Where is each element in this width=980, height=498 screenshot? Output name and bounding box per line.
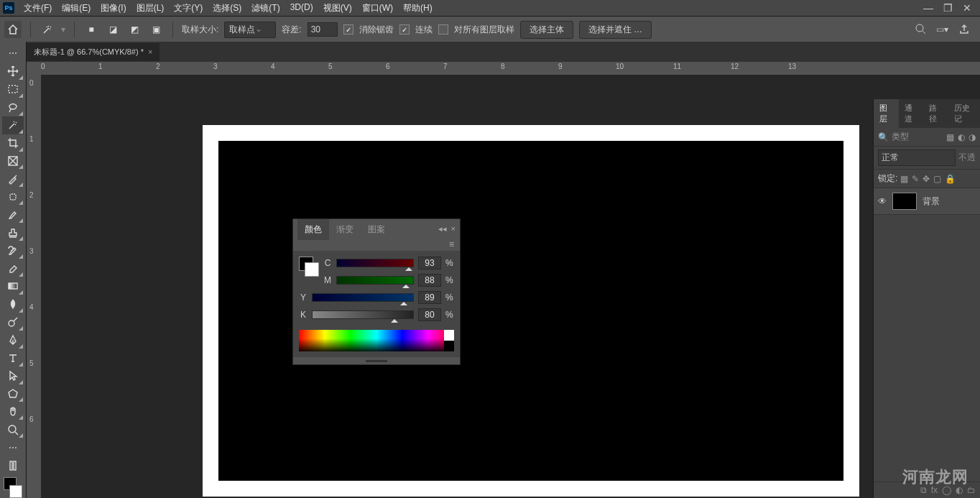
- stamp-tool[interactable]: [2, 223, 24, 241]
- color-panel[interactable]: 颜色渐变图案 ◂◂ × ≡ C93%M88%Y89%K80%: [292, 218, 461, 365]
- blur-tool[interactable]: [2, 295, 24, 313]
- slider-value[interactable]: 93: [418, 257, 441, 269]
- select-and-mask-button[interactable]: 选择并遮住 …: [579, 21, 652, 39]
- color-spectrum[interactable]: [299, 330, 454, 351]
- collapse-icon[interactable]: ⋯: [2, 45, 24, 63]
- lock-all-icon[interactable]: 🔒: [945, 174, 956, 184]
- color-panel-tab[interactable]: 图案: [361, 219, 392, 240]
- color-panel-tab[interactable]: 颜色: [297, 219, 329, 240]
- visibility-icon[interactable]: 👁: [878, 196, 887, 206]
- layer-mask-icon[interactable]: ◯: [942, 485, 951, 495]
- slider-value[interactable]: 80: [418, 308, 441, 321]
- menu-item[interactable]: 视图(V): [318, 2, 357, 14]
- panel-tab[interactable]: 图层: [874, 99, 899, 128]
- document-tab[interactable]: 未标题-1 @ 66.7%(CMYK/8#) * ×: [27, 43, 160, 61]
- workspace-icon[interactable]: ▭▾: [936, 24, 948, 34]
- gradient-tool[interactable]: [2, 277, 24, 295]
- menu-item[interactable]: 文件(F): [19, 2, 57, 14]
- slider-value[interactable]: 88: [418, 274, 441, 287]
- history-brush-tool[interactable]: [2, 241, 24, 259]
- sample-size-select[interactable]: 取样点 ⌄: [224, 22, 276, 38]
- menu-item[interactable]: 文字(Y): [169, 2, 208, 14]
- layer-name[interactable]: 背景: [923, 195, 940, 208]
- panel-menu-icon[interactable]: ≡: [449, 239, 454, 249]
- blend-mode-select[interactable]: 正常: [878, 149, 956, 166]
- layer-group-icon[interactable]: 🗀: [967, 485, 976, 495]
- slider-track[interactable]: [312, 310, 414, 319]
- panel-tab[interactable]: 历史记: [948, 99, 980, 128]
- menu-item[interactable]: 窗口(W): [357, 2, 398, 14]
- minimize-icon[interactable]: —: [923, 2, 933, 14]
- select-subject-button[interactable]: 选择主体: [520, 21, 573, 39]
- canvas-viewport[interactable]: 颜色渐变图案 ◂◂ × ≡ C93%M88%Y89%K80%: [41, 75, 980, 498]
- tool-dots[interactable]: ⋯: [2, 438, 24, 456]
- share-icon[interactable]: [958, 23, 970, 37]
- frame-tool[interactable]: [2, 152, 24, 170]
- foreground-background-swatch[interactable]: [2, 477, 24, 498]
- slider-track[interactable]: [336, 276, 414, 285]
- tab-close-icon[interactable]: ×: [148, 47, 152, 56]
- lock-artboard-icon[interactable]: ▢: [933, 174, 941, 184]
- type-tool[interactable]: [2, 349, 24, 367]
- menu-item[interactable]: 帮助(H): [398, 2, 438, 14]
- dodge-tool[interactable]: [2, 313, 24, 331]
- home-button[interactable]: [4, 21, 22, 38]
- panel-collapse-icon[interactable]: ◂◂: [438, 224, 447, 234]
- filter-more-icon[interactable]: ◑: [969, 132, 976, 142]
- healing-tool[interactable]: [2, 188, 24, 206]
- lock-pixels-icon[interactable]: ▦: [900, 174, 908, 184]
- search-icon[interactable]: [915, 23, 926, 37]
- magic-wand-tool[interactable]: [2, 116, 24, 134]
- slider-value[interactable]: 89: [418, 291, 441, 304]
- brush-tool[interactable]: [2, 206, 24, 223]
- menu-item[interactable]: 3D(D): [285, 2, 318, 14]
- edit-toolbar-icon[interactable]: [2, 456, 24, 474]
- intersect-selection-icon[interactable]: ▣: [148, 22, 164, 37]
- add-selection-icon[interactable]: ◪: [105, 22, 121, 37]
- shape-tool[interactable]: [2, 385, 24, 403]
- crop-tool[interactable]: [2, 134, 24, 152]
- antialias-checkbox[interactable]: [343, 24, 353, 34]
- menu-item[interactable]: 图像(I): [96, 2, 131, 14]
- panel-tab[interactable]: 路径: [923, 99, 948, 128]
- color-panel-tab[interactable]: 渐变: [329, 219, 361, 240]
- menu-item[interactable]: 编辑(E): [57, 2, 96, 14]
- link-layers-icon[interactable]: ⧉: [920, 485, 927, 495]
- zoom-tool[interactable]: [2, 420, 24, 438]
- move-tool[interactable]: [2, 63, 24, 80]
- pen-tool[interactable]: [2, 331, 24, 349]
- marquee-tool[interactable]: [2, 80, 24, 98]
- filter-adjust-icon[interactable]: ◐: [958, 132, 965, 142]
- new-selection-icon[interactable]: ■: [83, 22, 99, 37]
- filter-pixel-icon[interactable]: ▦: [946, 132, 954, 142]
- tolerance-input[interactable]: 30: [308, 22, 338, 37]
- close-icon[interactable]: ✕: [963, 2, 971, 14]
- all-layers-checkbox[interactable]: [438, 24, 448, 34]
- layer-thumbnail[interactable]: [892, 193, 917, 210]
- svg-marker-6: [9, 389, 17, 397]
- panel-close-icon[interactable]: ×: [451, 224, 456, 234]
- search-icon[interactable]: 🔍: [878, 132, 889, 142]
- maximize-icon[interactable]: ❐: [943, 2, 953, 14]
- menu-item[interactable]: 滤镜(T): [246, 2, 285, 14]
- menu-item[interactable]: 选择(S): [208, 2, 246, 14]
- layer-row[interactable]: 👁 背景: [874, 188, 980, 215]
- layer-fx-icon[interactable]: fx: [931, 485, 938, 495]
- eyedropper-tool[interactable]: [2, 170, 24, 188]
- slider-track[interactable]: [312, 293, 414, 302]
- adjustment-layer-icon[interactable]: ◐: [956, 485, 963, 495]
- lock-pos-icon[interactable]: ✥: [923, 174, 930, 184]
- panel-tab[interactable]: 通道: [899, 99, 924, 128]
- subtract-selection-icon[interactable]: ◩: [126, 22, 142, 37]
- slider-track[interactable]: [336, 259, 414, 267]
- magic-wand-icon[interactable]: [40, 22, 55, 37]
- contiguous-checkbox[interactable]: [399, 24, 410, 34]
- lock-brush-icon[interactable]: ✎: [912, 174, 919, 184]
- path-select-tool[interactable]: [2, 367, 24, 385]
- eraser-tool[interactable]: [2, 259, 24, 277]
- panel-resize-grip[interactable]: [293, 357, 460, 364]
- menu-item[interactable]: 图层(L): [131, 2, 170, 14]
- lasso-tool[interactable]: [2, 98, 24, 116]
- panel-fgbg-swatch[interactable]: [299, 257, 319, 277]
- hand-tool[interactable]: [2, 402, 24, 420]
